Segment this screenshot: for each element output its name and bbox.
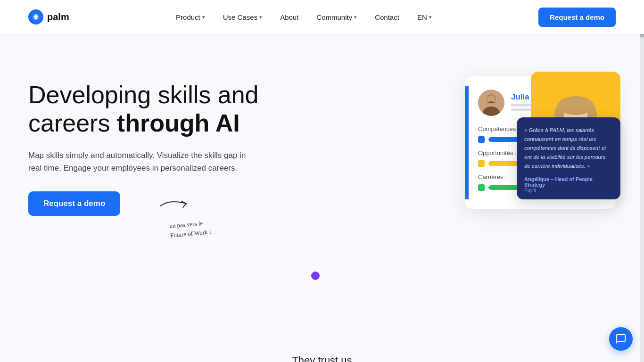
nav-links: Product ▾ Use Cases ▾ About Community ▾ …	[169, 9, 438, 25]
palm-icon	[32, 13, 40, 21]
annotation-text: un pas vers le Future of Work !	[169, 218, 211, 239]
blue-dot-icon	[478, 136, 485, 143]
logo-icon	[28, 9, 43, 25]
chevron-down-icon: ▾	[202, 14, 205, 20]
testimonial-author: Angélique – Head of People Strategy	[524, 176, 613, 188]
hero-left: Developing skills and careers through AI…	[28, 62, 292, 216]
hero-subtitle: Map skills simply and automatically. Vis…	[28, 149, 255, 174]
nav-community[interactable]: Community ▾	[310, 9, 363, 25]
hero-title: Developing skills and careers through AI	[28, 81, 292, 138]
arrow-icon	[156, 194, 193, 218]
avatar	[478, 90, 504, 116]
nav-cta-button[interactable]: Request a demo	[538, 8, 616, 27]
testimonial-card: « Grâce à PALM, les salariés connaissent…	[517, 117, 620, 199]
hero-right: Julia Perrin Poste actuel Compétences :	[292, 62, 616, 209]
chevron-down-icon: ▾	[259, 14, 262, 20]
purple-dot	[311, 272, 320, 280]
nav-product[interactable]: Product ▾	[169, 9, 212, 25]
trust-section: They trust us	[0, 345, 644, 362]
nav-contact[interactable]: Contact	[368, 9, 406, 25]
nav-lang[interactable]: EN ▾	[411, 9, 438, 25]
avatar-image	[478, 90, 504, 116]
chevron-down-icon: ▾	[354, 14, 357, 20]
navbar: palm Product ▾ Use Cases ▾ About Communi…	[0, 0, 644, 34]
green-dot-icon	[478, 184, 485, 191]
testimonial-text: « Grâce à PALM, les salariés connaissent…	[524, 126, 613, 171]
logo[interactable]: palm	[28, 9, 69, 25]
trust-title: They trust us	[28, 354, 616, 362]
scrollbar[interactable]	[640, 0, 644, 362]
nav-about[interactable]: About	[273, 9, 305, 25]
logo-text: palm	[47, 12, 69, 23]
yellow-dot-icon	[478, 160, 485, 167]
annotation: un pas vers le Future of Work !	[156, 194, 211, 238]
chat-button[interactable]	[609, 327, 633, 351]
hero-cta-button[interactable]: Request a demo	[28, 191, 120, 216]
chevron-down-icon: ▾	[429, 14, 432, 20]
hero-section: Developing skills and careers through AI…	[0, 34, 644, 345]
testimonial-company: Payfit	[524, 188, 613, 193]
nav-use-cases[interactable]: Use Cases ▾	[216, 9, 269, 25]
chat-icon	[615, 333, 627, 345]
